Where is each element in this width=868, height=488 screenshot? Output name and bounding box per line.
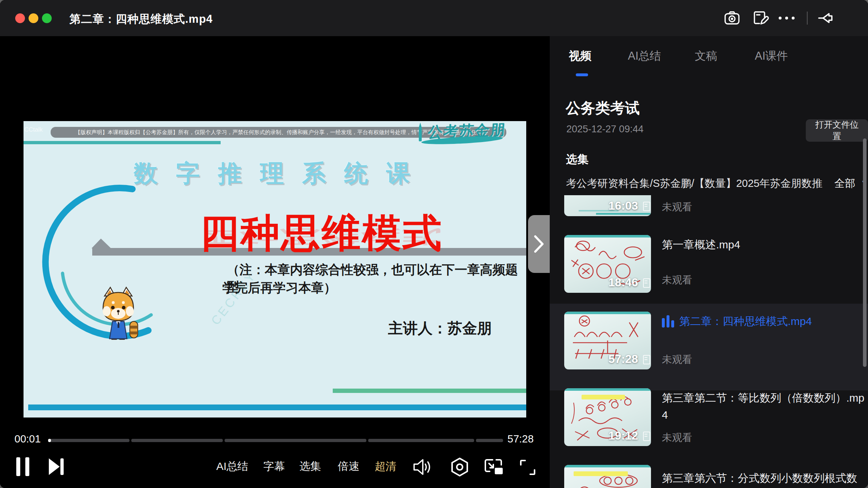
titlebar-divider [807,12,808,25]
video-title-current[interactable]: 第二章：四种思维模式.mp4 [662,313,865,330]
progress-bar[interactable] [48,439,503,442]
current-time: 00:01 [14,433,41,445]
progress-played [48,439,51,442]
lecturer-name: 主讲人：苏金朋 [388,318,492,338]
sidebar-panel: 视频 AI总结 文稿 AI课件 公务类考试 2025-12-27 09:44 打… [550,36,868,488]
video-title[interactable]: 第三章第六节：分式数列小数数列根式数 [662,470,865,487]
playlist-mini-icon [643,202,650,211]
thumbnail-teal-line [564,235,651,237]
fullscreen-icon[interactable] [519,459,536,476]
thumbnail-teal-line [564,388,651,391]
pin-sidebar-icon[interactable] [818,10,834,26]
quality-control[interactable]: 超清 [375,459,396,474]
tab-video[interactable]: 视频 [569,48,591,64]
video-thumbnail[interactable]: 18:46 [564,235,651,293]
app-window: 第二章：四种思维模式.mp4 CCtalk 【版权声明】本课程版 [0,0,868,488]
chapter-title: 四种思维模式 [200,207,443,260]
video-frame-slide: CCtalk 【版权声明】本课程版权归【公考苏金朋】所有，仅限个人学习，严禁任何… [24,121,526,418]
list-item[interactable]: 18:46 第一章概述.mp4 未观看 [564,235,868,293]
video-duration: 19:12 [608,429,638,442]
picture-in-picture-icon[interactable] [484,458,504,476]
video-title-text: 第二章：四种思维模式.mp4 [679,313,812,330]
video-title[interactable]: 第三章第二节：等比数列（倍数数列）.mp4 [662,390,865,423]
video-duration: 16:03 [608,199,638,213]
video-thumbnail[interactable]: 0.87 16:03 [564,195,651,216]
playlist-section-label: 选集 [566,152,588,167]
sidebar-tabs: 视频 AI总结 文稿 AI课件 [550,36,868,80]
divider-arrow-triangle [92,239,111,248]
course-title: 公务类考试 [566,98,640,118]
list-item[interactable]: 0.87 16:03 未观看 [564,195,868,216]
progress-segment[interactable] [225,439,366,442]
camera-screenshot-icon[interactable] [724,10,740,26]
thumbnail-teal-line [596,213,650,215]
notes-edit-icon[interactable] [752,10,768,26]
thumbnail-teal-line [564,465,651,467]
tab-ai-courseware[interactable]: AI课件 [755,48,788,64]
decorative-green-line [333,389,526,393]
list-item[interactable]: 19:12 第三章第二节：等比数列（倍数数列）.mp4 未观看 [564,388,868,446]
next-track-button[interactable] [49,458,64,475]
thumbnail-teal-line [564,312,651,314]
settings-icon[interactable] [450,457,469,477]
video-title[interactable]: 第一章概述.mp4 [662,236,865,253]
minimize-window-button[interactable] [29,13,38,23]
watch-status: 未观看 [662,431,865,445]
progress-segment[interactable] [131,439,223,442]
watch-status: 未观看 [662,273,865,287]
more-ellipsis-icon[interactable] [778,16,793,32]
video-player-area[interactable]: CCtalk 【版权声明】本课程版权归【公考苏金朋】所有，仅限个人学习，严禁任何… [0,36,550,488]
pause-button[interactable] [16,457,29,476]
thumbnail-highlight-title [574,471,628,476]
playlist-control[interactable]: 选集 [299,459,321,474]
video-date: 2025-12-27 09:44 [566,124,643,135]
decorative-blue-line [28,404,526,410]
progress-segment[interactable] [476,439,503,442]
open-file-location-button[interactable]: 打开文件位置 [806,119,868,142]
thumbnail-scribbles [564,465,651,488]
list-item[interactable]: 第三章第六节：分式数列小数数列根式数 [564,465,868,488]
ai-summary-control[interactable]: AI总结 [216,459,248,474]
tab-transcript[interactable]: 文稿 [695,48,717,64]
episode-list: 0.87 16:03 未观看 [550,195,868,488]
video-thumbnail[interactable]: 57:28 [564,312,651,369]
filter-all-dropdown[interactable]: 全部 [834,176,855,191]
subtitles-control[interactable]: 字幕 [263,459,285,474]
video-thumbnail[interactable] [564,465,651,488]
red-panda-mascot [103,287,138,339]
close-window-button[interactable] [15,13,25,23]
chevron-right-icon [533,235,544,253]
list-item-current[interactable]: 57:28 第二章：四种思维模式.mp4 未观看 [564,312,868,369]
thumbnail-highlight-title [582,395,625,399]
collapse-sidebar-button[interactable] [528,215,550,273]
thumbnail-scribbles [564,312,651,369]
playlist-mini-icon [643,278,650,288]
thumbnail-scribbles [564,235,651,293]
total-time: 57:28 [507,433,534,445]
playlist-path-row: 考公考研资料合集/S苏金鹏/【数量】2025年苏金朋数推 全部 ▼ [566,176,868,192]
video-duration: 57:28 [608,352,638,366]
playlist-mini-icon [643,355,650,364]
playlist-mini-icon [643,432,650,441]
active-tab-indicator [576,73,588,76]
watch-status: 未观看 [662,200,865,214]
progress-segment[interactable] [48,439,129,442]
volume-icon[interactable] [413,457,432,477]
now-playing-icon [662,315,674,328]
zoom-window-button[interactable] [42,13,52,23]
window-title: 第二章：四种思维模式.mp4 [69,12,213,27]
watch-status: 未观看 [662,353,865,367]
tab-ai-summary[interactable]: AI总结 [628,48,661,64]
video-duration: 18:46 [608,276,638,289]
progress-segment[interactable] [368,439,474,442]
title-bar: 第二章：四种思维模式.mp4 [0,0,868,36]
video-thumbnail[interactable]: 19:12 [564,388,651,446]
playlist-path: 考公考研资料合集/S苏金鹏/【数量】2025年苏金朋数推 [566,176,829,191]
speed-control[interactable]: 倍速 [338,459,359,474]
